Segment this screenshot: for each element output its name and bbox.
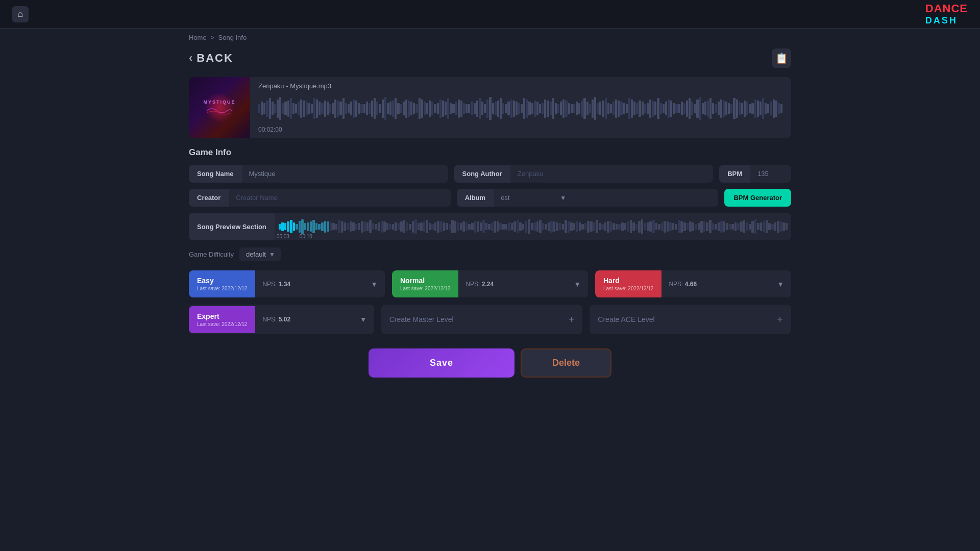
difficulty-cards-row-1: Easy Last save: 2022/12/12 NPS: 1.34 ▼ N… bbox=[189, 270, 791, 297]
bpm-generator-button[interactable]: BPM Generator bbox=[724, 189, 791, 207]
home-icon: ⌂ bbox=[18, 9, 23, 19]
diff-card-easy-label: Easy Last save: 2022/12/12 bbox=[189, 270, 255, 297]
song-name-input[interactable] bbox=[242, 165, 448, 183]
preview-time-start: 00:03 bbox=[277, 234, 289, 239]
difficulty-label: Game Difficulty bbox=[189, 251, 234, 258]
create-master-card[interactable]: Create Master Level + bbox=[381, 305, 583, 334]
diff-card-expert-label: Expert Last save: 2022/12/12 bbox=[189, 306, 255, 333]
home-button[interactable]: ⌂ bbox=[12, 6, 29, 22]
song-author-field: Song Author bbox=[454, 165, 714, 183]
song-preview-row: Song Preview Section 00:03 00:10 bbox=[189, 213, 791, 240]
back-button[interactable]: ‹ BACK bbox=[189, 52, 233, 65]
diff-easy-arrow-icon[interactable]: ▼ bbox=[363, 280, 385, 288]
back-chevron-icon: ‹ bbox=[189, 52, 193, 65]
creator-input[interactable] bbox=[229, 189, 450, 207]
save-button[interactable]: Save bbox=[369, 348, 514, 378]
diff-normal-nps: NPS: 2.24 bbox=[458, 281, 567, 288]
song-author-label: Song Author bbox=[454, 165, 510, 183]
difficulty-value: default bbox=[246, 251, 266, 258]
diff-normal-save: Last save: 2022/12/12 bbox=[400, 286, 450, 291]
back-row: ‹ BACK 📋 bbox=[189, 48, 791, 68]
album-art: MYSTIQUE bbox=[189, 77, 250, 138]
song-name-label: Song Name bbox=[189, 165, 242, 183]
main-content: ‹ BACK 📋 MYSTIQUE Zenpaku - Mystique.mp3… bbox=[0, 48, 980, 378]
audio-time: 00:02:00 bbox=[258, 126, 783, 133]
creator-label: Creator bbox=[189, 189, 229, 207]
diff-normal-arrow-icon[interactable]: ▼ bbox=[567, 280, 588, 288]
diff-expert-nps: NPS: 5.02 bbox=[255, 316, 352, 323]
bpm-field: BPM bbox=[719, 165, 791, 183]
diff-hard-nps: NPS: 4.66 bbox=[662, 281, 770, 288]
preview-label: Song Preview Section bbox=[189, 213, 275, 240]
audio-filename: Zenpaku - Mystique.mp3 bbox=[258, 82, 783, 90]
diff-card-normal[interactable]: Normal Last save: 2022/12/12 NPS: 2.24 ▼ bbox=[392, 270, 588, 297]
diff-card-hard-label: Hard Last save: 2022/12/12 bbox=[595, 270, 662, 297]
difficulty-cards-row-2: Expert Last save: 2022/12/12 NPS: 5.02 ▼… bbox=[189, 305, 791, 334]
difficulty-select[interactable]: default ▼ bbox=[239, 247, 281, 261]
breadcrumb: Home > Song Info bbox=[0, 29, 980, 46]
album-select[interactable]: ost original remix bbox=[494, 189, 555, 207]
app-logo: DANCEDASH bbox=[925, 3, 968, 26]
form-row-1: Song Name Song Author BPM bbox=[189, 165, 791, 183]
game-difficulty-row: Game Difficulty default ▼ bbox=[189, 247, 791, 261]
difficulty-arrow-icon: ▼ bbox=[269, 251, 275, 258]
preview-time-end: 00:10 bbox=[300, 234, 312, 239]
delete-button[interactable]: Delete bbox=[521, 348, 611, 378]
audio-info: Zenpaku - Mystique.mp3 00:02:00 bbox=[250, 77, 791, 138]
create-master-plus-icon: + bbox=[569, 314, 575, 325]
bpm-label: BPM bbox=[719, 165, 750, 183]
diff-card-easy[interactable]: Easy Last save: 2022/12/12 NPS: 1.34 ▼ bbox=[189, 270, 385, 297]
back-label: BACK bbox=[197, 52, 233, 65]
diff-card-normal-label: Normal Last save: 2022/12/12 bbox=[392, 270, 458, 297]
bpm-input[interactable] bbox=[750, 165, 791, 183]
album-field: Album ost original remix ▼ bbox=[457, 189, 719, 207]
game-info-title: Game Info bbox=[189, 147, 791, 158]
preview-times: 00:03 00:10 bbox=[277, 234, 312, 239]
diff-card-hard[interactable]: Hard Last save: 2022/12/12 NPS: 4.66 ▼ bbox=[595, 270, 791, 297]
create-ace-label: Create ACE Level bbox=[598, 315, 654, 323]
audio-player: MYSTIQUE Zenpaku - Mystique.mp3 00:02:00 bbox=[189, 77, 791, 138]
diff-card-expert[interactable]: Expert Last save: 2022/12/12 NPS: 5.02 ▼ bbox=[189, 305, 374, 334]
breadcrumb-separator: > bbox=[210, 34, 214, 41]
save-icon-button[interactable]: 📋 bbox=[772, 48, 791, 68]
breadcrumb-home[interactable]: Home bbox=[189, 34, 207, 41]
topbar: ⌂ DANCEDASH bbox=[0, 0, 980, 29]
preview-waveform[interactable]: 00:03 00:10 bbox=[275, 213, 791, 240]
diff-expert-save: Last save: 2022/12/12 bbox=[197, 321, 247, 327]
album-label: Album bbox=[457, 189, 494, 207]
creator-field: Creator bbox=[189, 189, 451, 207]
song-name-field: Song Name bbox=[189, 165, 448, 183]
breadcrumb-current: Song Info bbox=[218, 34, 247, 41]
diff-expert-arrow-icon[interactable]: ▼ bbox=[353, 315, 374, 323]
create-ace-plus-icon: + bbox=[777, 314, 783, 325]
diff-hard-arrow-icon[interactable]: ▼ bbox=[770, 280, 791, 288]
document-save-icon: 📋 bbox=[775, 52, 788, 64]
create-ace-card[interactable]: Create ACE Level + bbox=[590, 305, 791, 334]
form-row-2: Creator Album ost original remix ▼ BPM G… bbox=[189, 189, 791, 207]
bottom-buttons: Save Delete bbox=[189, 348, 791, 378]
diff-hard-save: Last save: 2022/12/12 bbox=[603, 286, 653, 291]
song-author-input[interactable] bbox=[510, 165, 713, 183]
album-select-arrow: ▼ bbox=[555, 194, 571, 202]
diff-easy-save: Last save: 2022/12/12 bbox=[197, 286, 247, 291]
diff-easy-nps: NPS: 1.34 bbox=[255, 281, 363, 288]
waveform-display[interactable] bbox=[258, 93, 783, 124]
create-master-label: Create Master Level bbox=[389, 315, 454, 323]
